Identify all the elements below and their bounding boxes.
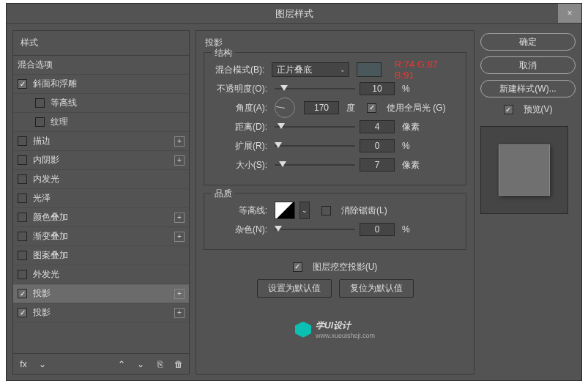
contour-picker[interactable] xyxy=(275,202,295,219)
color-swatch[interactable] xyxy=(357,62,382,77)
style-label: 纹理 xyxy=(51,116,68,128)
contour-dropdown[interactable]: ⌄ xyxy=(299,202,310,219)
global-light-label: 使用全局光 (G) xyxy=(387,102,446,114)
style-row-10[interactable]: 外发光 xyxy=(13,265,189,284)
noise-slider[interactable] xyxy=(275,224,355,235)
knockout-label: 图层挖空投影(U) xyxy=(313,261,378,273)
global-light-checkbox[interactable] xyxy=(367,103,376,113)
style-row-3[interactable]: 描边+ xyxy=(13,132,189,151)
style-checkbox[interactable] xyxy=(18,213,27,222)
quality-fieldset: 品质 等高线: ⌄ 消除锯齿(L) 杂色(N): 0 % xyxy=(204,193,466,250)
style-checkbox[interactable] xyxy=(18,136,27,146)
distance-slider[interactable] xyxy=(275,122,355,132)
blend-options-row[interactable]: 混合选项 xyxy=(13,56,189,75)
style-checkbox[interactable] xyxy=(35,98,45,108)
spread-label: 扩展(R): xyxy=(213,140,267,152)
fx-icon[interactable]: fx xyxy=(18,358,29,370)
add-effect-button[interactable]: + xyxy=(174,155,185,166)
add-effect-button[interactable]: + xyxy=(174,136,185,147)
add-effect-button[interactable]: + xyxy=(174,308,185,318)
blend-options-label: 混合选项 xyxy=(18,59,53,71)
style-label: 光泽 xyxy=(33,192,51,204)
style-checkbox[interactable] xyxy=(18,232,27,241)
style-checkbox[interactable] xyxy=(18,155,27,165)
preview-label: 预览(V) xyxy=(524,103,553,116)
logo-icon xyxy=(295,322,311,338)
close-button[interactable]: × xyxy=(558,4,581,23)
size-input[interactable]: 7 xyxy=(360,158,395,172)
noise-unit: % xyxy=(402,224,410,235)
style-checkbox[interactable] xyxy=(18,251,27,260)
blend-mode-label: 混合模式(B): xyxy=(213,64,264,76)
opacity-input[interactable]: 10 xyxy=(360,82,395,95)
style-row-7[interactable]: 颜色叠加+ xyxy=(13,208,189,227)
size-unit: 像素 xyxy=(402,159,420,172)
style-row-12[interactable]: 投影+ xyxy=(13,303,189,322)
style-row-1[interactable]: 等高线 xyxy=(13,94,189,113)
settings-panel: 投影 结构 混合模式(B): 正片叠底⌄ R:74 G:87 B:91 不透明度… xyxy=(196,30,475,375)
noise-input[interactable]: 0 xyxy=(360,223,395,236)
style-checkbox[interactable] xyxy=(18,79,27,89)
style-label: 描边 xyxy=(33,135,51,147)
knockout-checkbox[interactable] xyxy=(293,262,302,272)
size-label: 大小(S): xyxy=(213,159,267,172)
new-style-button[interactable]: 新建样式(W)... xyxy=(480,80,576,97)
opacity-slider[interactable] xyxy=(275,84,355,94)
angle-unit: 度 xyxy=(346,102,355,114)
distance-unit: 像素 xyxy=(402,121,420,133)
add-effect-button[interactable]: + xyxy=(174,289,185,299)
style-row-4[interactable]: 内阴影+ xyxy=(13,151,189,170)
structure-legend: 结构 xyxy=(212,47,235,59)
quality-legend: 品质 xyxy=(212,188,235,200)
reset-default-button[interactable]: 复位为默认值 xyxy=(339,279,414,298)
spread-input[interactable]: 0 xyxy=(360,139,395,152)
noise-label: 杂色(N): xyxy=(213,224,267,236)
add-effect-button[interactable]: + xyxy=(174,213,185,223)
style-checkbox[interactable] xyxy=(18,308,27,317)
set-default-button[interactable]: 设置为默认值 xyxy=(257,279,332,298)
style-row-5[interactable]: 内发光 xyxy=(13,170,189,189)
style-label: 投影 xyxy=(33,287,51,300)
chevron-down-icon[interactable]: ⌄ xyxy=(37,358,48,370)
cancel-button[interactable]: 取消 xyxy=(480,56,576,74)
trash-icon[interactable]: 🗑 xyxy=(173,358,185,370)
style-checkbox[interactable] xyxy=(18,270,27,279)
style-row-11[interactable]: 投影+ xyxy=(13,284,189,303)
opacity-unit: % xyxy=(402,84,410,94)
angle-input[interactable]: 170 xyxy=(304,101,339,114)
dialog-content: 样式 混合选项 斜面和浮雕等高线纹理描边+内阴影+内发光光泽颜色叠加+渐变叠加+… xyxy=(7,24,581,380)
preview-box xyxy=(480,126,568,214)
style-row-9[interactable]: 图案叠加 xyxy=(13,246,189,265)
style-checkbox[interactable] xyxy=(18,174,27,184)
spread-slider[interactable] xyxy=(275,141,355,151)
size-slider[interactable] xyxy=(275,160,355,170)
style-checkbox[interactable] xyxy=(18,289,27,298)
move-down-icon[interactable]: ⌄ xyxy=(135,358,146,370)
style-checkbox[interactable] xyxy=(35,117,45,127)
preview-checkbox[interactable] xyxy=(504,105,513,114)
style-row-6[interactable]: 光泽 xyxy=(13,189,189,208)
style-label: 等高线 xyxy=(51,97,77,109)
style-label: 斜面和浮雕 xyxy=(33,78,77,90)
contour-label: 等高线: xyxy=(213,204,267,217)
layer-style-dialog: 图层样式 × 样式 混合选项 斜面和浮雕等高线纹理描边+内阴影+内发光光泽颜色叠… xyxy=(6,3,582,381)
style-checkbox[interactable] xyxy=(18,194,27,203)
copy-icon[interactable]: ⎘ xyxy=(154,358,165,370)
ok-button[interactable]: 确定 xyxy=(480,33,576,51)
distance-input[interactable]: 4 xyxy=(360,120,395,133)
rgb-readout: R:74 G:87 B:91 xyxy=(395,59,457,81)
styles-list: 样式 混合选项 斜面和浮雕等高线纹理描边+内阴影+内发光光泽颜色叠加+渐变叠加+… xyxy=(12,30,190,354)
style-label: 渐变叠加 xyxy=(33,230,68,243)
style-row-8[interactable]: 渐变叠加+ xyxy=(13,227,189,246)
style-row-2[interactable]: 纹理 xyxy=(13,113,189,132)
antialias-checkbox[interactable] xyxy=(321,206,331,215)
action-panel: 确定 取消 新建样式(W)... 预览(V) xyxy=(480,30,576,375)
angle-label: 角度(A): xyxy=(213,102,267,114)
move-up-icon[interactable]: ⌃ xyxy=(116,358,127,370)
preview-thumbnail xyxy=(499,144,550,196)
angle-dial[interactable] xyxy=(275,97,295,118)
dialog-title: 图层样式 xyxy=(275,7,313,21)
style-row-0[interactable]: 斜面和浮雕 xyxy=(13,75,189,94)
add-effect-button[interactable]: + xyxy=(174,232,185,242)
blend-mode-select[interactable]: 正片叠底⌄ xyxy=(272,62,349,77)
